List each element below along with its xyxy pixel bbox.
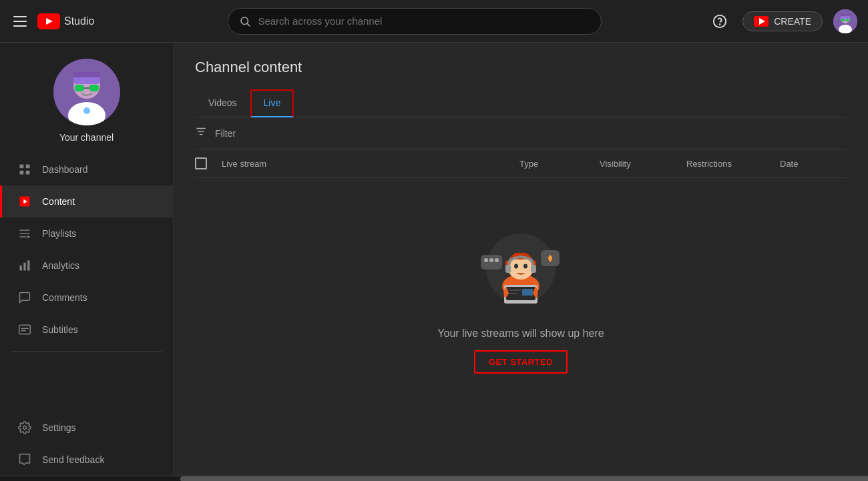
filter-label: Filter xyxy=(215,128,236,139)
search-input[interactable] xyxy=(258,15,590,27)
svg-rect-26 xyxy=(26,171,30,175)
sidebar-item-subtitles[interactable]: Subtitles xyxy=(0,314,173,346)
svg-rect-18 xyxy=(75,85,84,91)
sidebar-item-settings[interactable]: Settings xyxy=(0,412,173,444)
sidebar-item-comments[interactable]: Comments xyxy=(0,282,173,314)
svg-rect-33 xyxy=(20,266,22,271)
avatar-image xyxy=(833,9,857,33)
svg-rect-19 xyxy=(89,85,99,91)
empty-illustration xyxy=(474,218,568,312)
svg-rect-52 xyxy=(531,265,536,273)
svg-rect-9 xyxy=(841,14,850,16)
sidebar-item-content[interactable]: Content xyxy=(0,185,173,217)
comments-label: Comments xyxy=(42,292,87,303)
get-started-button[interactable]: GET STARTED xyxy=(474,350,568,374)
empty-state-text: Your live streams will show up here xyxy=(437,328,604,340)
subtitles-icon xyxy=(18,323,31,336)
dashboard-label: Dashboard xyxy=(42,164,88,175)
svg-point-39 xyxy=(23,426,27,430)
col-header-stream: Live stream xyxy=(222,159,519,169)
svg-point-45 xyxy=(484,258,488,262)
page-title: Channel content xyxy=(195,59,847,76)
playlists-icon xyxy=(18,227,31,240)
youtube-icon xyxy=(37,13,60,29)
search-bar[interactable] xyxy=(228,8,602,35)
svg-marker-32 xyxy=(27,235,30,239)
sidebar-item-analytics[interactable]: Analytics xyxy=(0,250,173,282)
channel-avatar[interactable] xyxy=(53,59,120,125)
sidebar-item-feedback[interactable]: Send feedback xyxy=(0,444,173,476)
svg-rect-25 xyxy=(20,171,24,175)
help-icon xyxy=(712,14,727,29)
content-icon xyxy=(18,195,31,208)
content-label: Content xyxy=(42,196,75,207)
svg-point-22 xyxy=(83,107,90,114)
settings-icon xyxy=(18,421,31,434)
filter-row: Filter xyxy=(195,117,847,149)
svg-point-5 xyxy=(720,24,720,25)
empty-state: Your live streams will show up here GET … xyxy=(195,178,847,414)
sidebar-item-dashboard[interactable]: Dashboard xyxy=(0,153,173,185)
svg-rect-35 xyxy=(27,261,29,271)
svg-rect-11 xyxy=(846,19,849,21)
streamer-illustration xyxy=(474,218,568,312)
nav-divider xyxy=(11,351,162,352)
analytics-icon xyxy=(18,259,31,272)
body: Your channel Dashboard xyxy=(0,43,868,476)
feedback-label: Send feedback xyxy=(42,454,104,465)
nav-items: Dashboard Content xyxy=(0,153,173,476)
channel-avatar-image xyxy=(53,59,120,125)
search-icon xyxy=(239,15,251,27)
playlists-label: Playlists xyxy=(42,228,76,239)
col-header-type: Type xyxy=(519,159,600,169)
svg-rect-24 xyxy=(26,165,30,169)
svg-rect-17 xyxy=(73,72,100,77)
svg-point-54 xyxy=(523,264,527,269)
main-inner: Channel content Videos Live xyxy=(174,43,868,430)
avatar-svg xyxy=(833,9,857,33)
col-header-visibility: Visibility xyxy=(600,159,686,169)
studio-label: Studio xyxy=(64,15,94,27)
sidebar-item-playlists[interactable]: Playlists xyxy=(0,217,173,250)
channel-section: Your channel xyxy=(0,43,173,153)
header-left: Studio xyxy=(11,13,171,29)
svg-point-53 xyxy=(514,264,518,269)
tab-videos[interactable]: Videos xyxy=(195,89,250,117)
svg-rect-36 xyxy=(19,325,31,334)
subtitles-label: Subtitles xyxy=(42,324,78,335)
svg-rect-34 xyxy=(23,263,25,271)
hamburger-menu[interactable] xyxy=(11,13,29,29)
feedback-icon xyxy=(18,453,31,466)
svg-rect-23 xyxy=(20,165,24,169)
tab-live[interactable]: Live xyxy=(250,89,294,117)
svg-line-3 xyxy=(248,23,250,26)
svg-rect-59 xyxy=(522,289,533,296)
header-right: CREATE xyxy=(708,9,857,33)
create-button[interactable]: CREATE xyxy=(742,11,823,31)
svg-rect-51 xyxy=(505,265,511,273)
tabs: Videos Live xyxy=(195,89,847,117)
help-button[interactable] xyxy=(708,9,732,33)
logo[interactable]: Studio xyxy=(37,13,94,29)
create-video-icon xyxy=(754,16,769,27)
user-avatar[interactable] xyxy=(833,9,857,33)
header: Studio CREATE xyxy=(0,0,868,43)
svg-point-47 xyxy=(495,258,499,262)
table-header: Live stream Type Visibility Restrictions… xyxy=(195,149,847,178)
col-header-date: Date xyxy=(780,159,847,169)
settings-label: Settings xyxy=(42,422,76,433)
filter-icon xyxy=(195,125,207,141)
svg-point-46 xyxy=(489,258,493,262)
checkbox-box[interactable] xyxy=(195,157,207,169)
main-content: Channel content Videos Live xyxy=(174,43,868,476)
analytics-label: Analytics xyxy=(42,260,79,271)
select-all-checkbox[interactable] xyxy=(195,157,222,169)
sidebar: Your channel Dashboard xyxy=(0,43,174,476)
dashboard-icon xyxy=(18,163,31,176)
comments-icon xyxy=(18,291,31,304)
channel-name-label: Your channel xyxy=(59,132,114,143)
create-label: CREATE xyxy=(774,16,811,27)
bottom-scrollbar[interactable] xyxy=(0,476,868,481)
svg-rect-10 xyxy=(841,19,845,21)
svg-point-2 xyxy=(241,17,248,25)
